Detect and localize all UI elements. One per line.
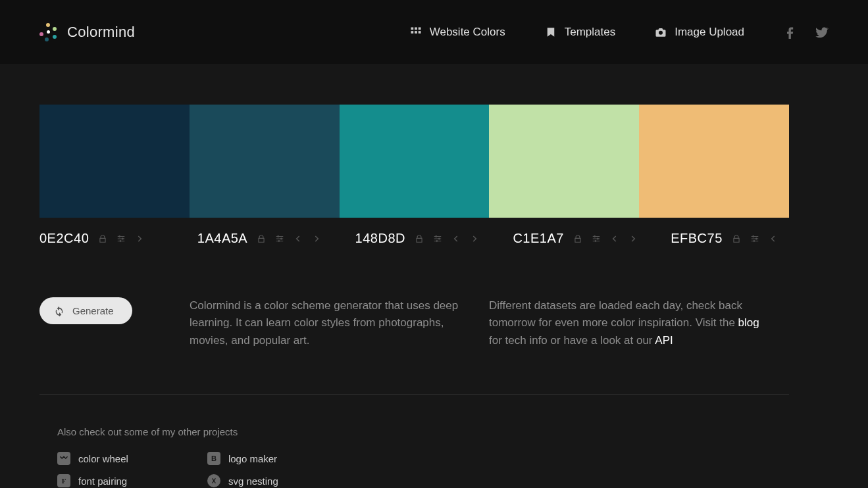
description-row: Generate Colormind is a color scheme gen… [39,297,829,349]
hex-value: 1A4A5A [197,231,247,246]
code-cell-3: C1E1A7 [513,231,671,246]
footer-heading: Also check out some of my other projects [57,426,829,437]
nav-label: Templates [565,26,615,39]
generate-label: Generate [72,305,114,316]
description-right: Different datasets are loaded each day, … [489,297,788,349]
chevron-right-icon[interactable] [312,234,321,243]
lock-icon[interactable] [98,234,107,243]
footer-logo-maker[interactable]: B logo maker [207,452,278,465]
hex-value: 148D8D [355,231,405,246]
lock-icon[interactable] [732,234,741,243]
svg-point-19 [752,235,753,237]
svg-point-15 [436,240,438,241]
svg-point-17 [597,237,598,239]
footer-projects: Also check out some of my other projects… [39,426,829,487]
logo-maker-icon: B [207,452,220,465]
nav-label: Website Colors [430,26,505,39]
nav-website-colors[interactable]: Website Colors [410,26,505,39]
sliders-icon[interactable] [433,234,442,243]
svg-point-11 [280,237,282,239]
swatch-0[interactable] [39,105,190,218]
chevron-left-icon[interactable] [451,234,461,243]
svg-point-18 [595,240,596,241]
svg-rect-1 [415,27,417,30]
hex-value: EFBC75 [671,231,723,246]
description-left: Colormind is a color scheme generator th… [190,297,489,349]
swatch-4[interactable] [639,105,789,218]
sliders-icon[interactable] [116,234,126,243]
swatch-2[interactable] [340,105,490,218]
svg-point-7 [119,235,120,237]
sliders-icon[interactable] [750,234,759,243]
hex-value: C1E1A7 [513,231,564,246]
logo[interactable]: Colormind [39,23,135,41]
footer-label: font pairing [78,476,127,487]
svg-point-13 [435,235,436,237]
nav-image-upload[interactable]: Image Upload [655,26,744,39]
svg-point-8 [122,237,123,239]
svg-point-6 [659,30,663,34]
lock-icon[interactable] [415,234,424,243]
chevron-right-icon[interactable] [135,234,144,243]
chevron-left-icon[interactable] [769,234,778,243]
footer-label: color wheel [78,453,128,464]
bookmark-icon [545,26,557,38]
svg-point-14 [438,237,440,239]
hex-value: 0E2C40 [39,231,89,246]
swatch-3[interactable] [489,105,639,218]
code-cell-1: 1A4A5A [197,231,355,246]
grid-icon [410,26,422,38]
lock-icon[interactable] [573,234,582,243]
font-pairing-icon: F [57,474,70,487]
svg-point-21 [753,240,754,241]
svg-point-12 [278,240,280,241]
top-nav: Colormind Website Colors Templates Image… [0,0,868,64]
camera-icon [655,26,667,38]
svg-nesting-icon [207,474,220,487]
svg-rect-3 [411,31,413,34]
svg-rect-0 [411,27,413,30]
footer-svg-nesting[interactable]: svg nesting [207,474,278,487]
footer-label: logo maker [228,453,277,464]
color-palette [39,105,789,218]
sliders-icon[interactable] [275,234,284,243]
svg-rect-2 [418,27,421,30]
social-links [784,26,829,39]
code-cell-2: 148D8D [355,231,513,246]
nav-label: Image Upload [675,26,744,39]
color-wheel-icon [57,452,70,465]
chevron-right-icon[interactable] [628,234,638,243]
logo-text: Colormind [67,24,135,41]
chevron-left-icon[interactable] [610,234,619,243]
footer-label: svg nesting [228,476,278,487]
sliders-icon[interactable] [592,234,601,243]
refresh-icon [54,306,64,316]
svg-point-20 [755,237,757,239]
chevron-left-icon[interactable] [294,234,303,243]
footer-color-wheel[interactable]: color wheel [57,452,128,465]
code-cell-4: EFBC75 [671,231,829,246]
lock-icon[interactable] [257,234,266,243]
separator [39,394,789,395]
twitter-icon[interactable] [815,26,829,39]
blog-link[interactable]: blog [738,316,759,329]
chevron-right-icon[interactable] [470,234,479,243]
swatch-1[interactable] [190,105,340,218]
main-nav: Website Colors Templates Image Upload [410,26,744,39]
generate-button[interactable]: Generate [39,297,132,324]
svg-rect-5 [418,31,421,34]
facebook-icon[interactable] [784,26,797,39]
svg-point-10 [278,235,279,237]
code-cell-0: 0E2C40 [39,231,197,246]
logo-icon [39,23,58,41]
footer-font-pairing[interactable]: F font pairing [57,474,128,487]
nav-templates[interactable]: Templates [545,26,615,39]
palette-codes: 0E2C401A4A5A148D8DC1E1A7EFBC75 [39,231,829,246]
svg-rect-4 [415,31,417,34]
svg-point-16 [594,235,595,237]
api-link[interactable]: API [655,334,673,347]
svg-point-9 [120,240,121,241]
